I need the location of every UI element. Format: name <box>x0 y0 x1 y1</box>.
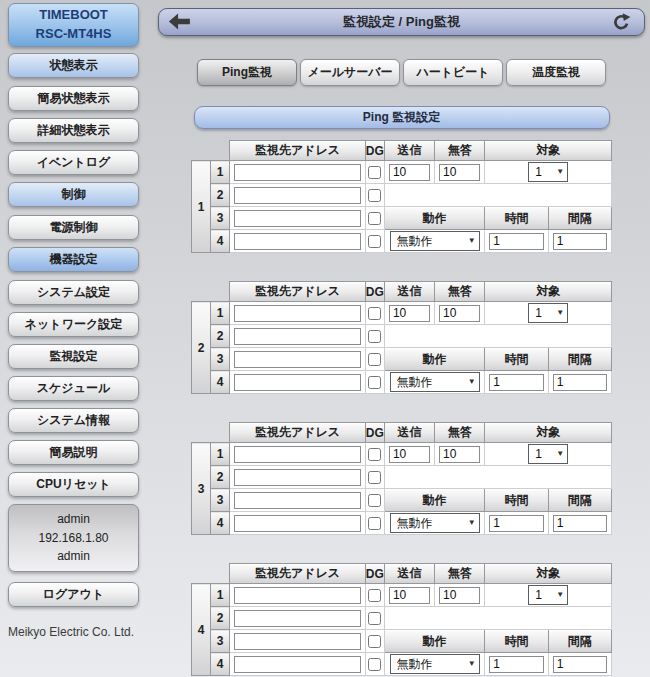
row-number: 1 <box>211 161 230 184</box>
table-row: 3 動作 時間 間隔 <box>192 489 612 512</box>
action-select[interactable]: 無動作 <box>390 372 480 392</box>
row-number: 2 <box>211 325 230 348</box>
row-number: 3 <box>211 207 230 230</box>
target-select[interactable]: 1 <box>528 303 568 323</box>
dg-checkbox[interactable] <box>368 166 381 179</box>
address-input[interactable] <box>234 446 361 463</box>
dg-checkbox[interactable] <box>368 189 381 202</box>
dg-checkbox[interactable] <box>368 471 381 484</box>
table-row: 2 <box>192 325 612 348</box>
device-name-button[interactable]: TIMEBOOT RSC-MT4HS <box>8 3 139 47</box>
sidebar-item-system-info[interactable]: システム情報 <box>8 408 139 433</box>
action-select[interactable]: 無動作 <box>390 654 480 674</box>
noanswer-count-input[interactable] <box>439 587 480 604</box>
sidebar-item-event-log[interactable]: イベントログ <box>8 150 139 175</box>
back-button[interactable] <box>168 13 192 32</box>
col-header-dg: DG <box>365 423 384 443</box>
dg-checkbox[interactable] <box>368 658 381 671</box>
address-input[interactable] <box>234 656 361 673</box>
action-select[interactable]: 無動作 <box>390 231 480 251</box>
sidebar-item-network-settings[interactable]: ネットワーク設定 <box>8 312 139 337</box>
address-input[interactable] <box>234 351 361 368</box>
tab-temperature-monitor[interactable]: 温度監視 <box>506 59 606 86</box>
ping-groups-container: 監視先アドレス DG 送信 無答 対象 1 1 1 ▼ 2 <box>191 140 612 676</box>
time-input[interactable] <box>489 374 543 391</box>
target-select[interactable]: 1 <box>528 162 568 182</box>
logout-button[interactable]: ログアウト <box>8 582 139 607</box>
address-input[interactable] <box>234 469 361 486</box>
address-input[interactable] <box>234 233 361 250</box>
address-input[interactable] <box>234 305 361 322</box>
dg-checkbox[interactable] <box>368 612 381 625</box>
sidebar-item-simple-status[interactable]: 簡易状態表示 <box>8 86 139 111</box>
dg-checkbox[interactable] <box>368 235 381 248</box>
table-row: 3 動作 時間 間隔 <box>192 348 612 371</box>
address-input[interactable] <box>234 374 361 391</box>
table-corner <box>192 282 230 302</box>
address-input[interactable] <box>234 492 361 509</box>
tab-mail-server[interactable]: メールサーバー <box>300 59 400 86</box>
col-header-time: 時間 <box>485 348 548 371</box>
sidebar-item-power-control[interactable]: 電源制御 <box>8 215 139 240</box>
noanswer-count-input[interactable] <box>439 446 480 463</box>
dg-checkbox[interactable] <box>368 448 381 461</box>
sidebar-section-device-settings[interactable]: 機器設定 <box>8 247 139 272</box>
sidebar-section-control[interactable]: 制御 <box>8 182 139 207</box>
device-name-line1: TIMEBOOT <box>39 6 108 25</box>
dg-checkbox[interactable] <box>368 330 381 343</box>
dg-checkbox[interactable] <box>368 589 381 602</box>
col-header-dg: DG <box>365 282 384 302</box>
noanswer-count-input[interactable] <box>439 305 480 322</box>
address-input[interactable] <box>234 587 361 604</box>
dg-checkbox[interactable] <box>368 353 381 366</box>
interval-input[interactable] <box>553 656 607 673</box>
dg-checkbox[interactable] <box>368 376 381 389</box>
send-count-input[interactable] <box>389 446 430 463</box>
col-header-dg: DG <box>365 141 384 161</box>
time-input[interactable] <box>489 233 543 250</box>
company-name: Meikyo Electric Co. Ltd. <box>8 625 139 639</box>
address-input[interactable] <box>234 187 361 204</box>
address-input[interactable] <box>234 610 361 627</box>
group-number: 2 <box>192 302 211 394</box>
dg-checkbox[interactable] <box>368 494 381 507</box>
dg-checkbox[interactable] <box>368 307 381 320</box>
refresh-button[interactable] <box>612 13 636 32</box>
sidebar-item-system-settings[interactable]: システム設定 <box>8 280 139 305</box>
col-header-action: 動作 <box>384 348 484 371</box>
interval-input[interactable] <box>553 233 607 250</box>
target-select[interactable]: 1 <box>528 444 568 464</box>
col-header-noanswer: 無答 <box>435 282 485 302</box>
interval-input[interactable] <box>553 515 607 532</box>
address-input[interactable] <box>234 633 361 650</box>
row-number: 2 <box>211 184 230 207</box>
action-select[interactable]: 無動作 <box>390 513 480 533</box>
send-count-input[interactable] <box>389 305 430 322</box>
dg-checkbox[interactable] <box>368 517 381 530</box>
dg-checkbox[interactable] <box>368 635 381 648</box>
interval-input[interactable] <box>553 374 607 391</box>
col-header-send: 送信 <box>384 564 434 584</box>
tab-ping-monitor[interactable]: Ping監視 <box>197 59 297 86</box>
time-input[interactable] <box>489 515 543 532</box>
time-input[interactable] <box>489 656 543 673</box>
sidebar-item-simple-guide[interactable]: 簡易説明 <box>8 440 139 465</box>
tab-heartbeat[interactable]: ハートビート <box>403 59 503 86</box>
sidebar-section-status-display[interactable]: 状態表示 <box>8 53 139 78</box>
sidebar-item-cpu-reset[interactable]: CPUリセット <box>8 472 139 497</box>
account-user: admin <box>9 510 138 529</box>
row-number: 4 <box>211 653 230 676</box>
target-select[interactable]: 1 <box>528 585 568 605</box>
sidebar-item-monitor-settings[interactable]: 監視設定 <box>8 344 139 369</box>
address-input[interactable] <box>234 164 361 181</box>
noanswer-count-input[interactable] <box>439 164 480 181</box>
sidebar-item-detailed-status[interactable]: 詳細状態表示 <box>8 118 139 143</box>
send-count-input[interactable] <box>389 587 430 604</box>
address-input[interactable] <box>234 515 361 532</box>
address-input[interactable] <box>234 328 361 345</box>
dg-checkbox[interactable] <box>368 212 381 225</box>
sidebar-item-schedule[interactable]: スケジュール <box>8 376 139 401</box>
table-row: 3 1 1 ▼ <box>192 443 612 466</box>
address-input[interactable] <box>234 210 361 227</box>
send-count-input[interactable] <box>389 164 430 181</box>
